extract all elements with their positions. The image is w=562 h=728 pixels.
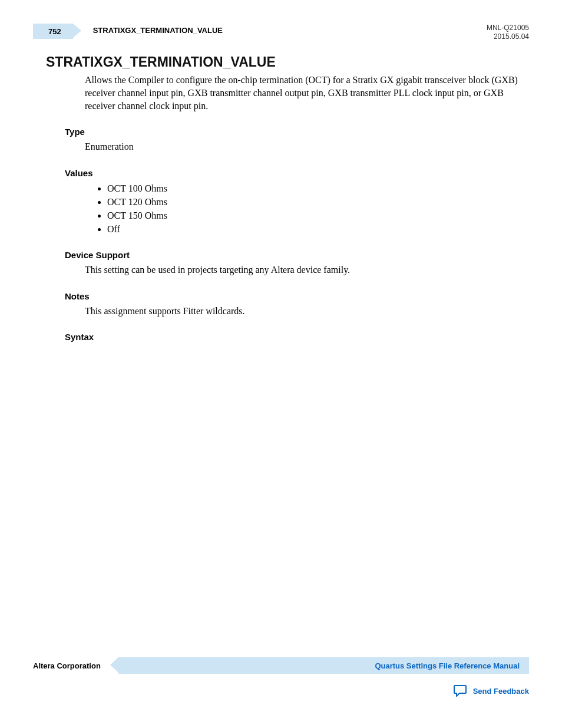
page-number: 752 bbox=[48, 27, 61, 36]
intro-paragraph: Allows the Compiler to configure the on-… bbox=[85, 74, 529, 113]
notes-body: This assignment supports Fitter wildcard… bbox=[85, 305, 529, 318]
comment-icon bbox=[453, 684, 467, 697]
list-item: OCT 100 Ohms bbox=[107, 182, 529, 195]
page-number-ribbon: 752 bbox=[33, 24, 73, 39]
type-label: Type bbox=[65, 127, 529, 137]
notes-label: Notes bbox=[65, 291, 529, 301]
page-container: 752 STRATIXGX_TERMINATION_VALUE MNL-Q210… bbox=[0, 0, 562, 369]
feedback-row: Send Feedback bbox=[33, 684, 529, 697]
values-label: Values bbox=[65, 168, 529, 178]
page-title: STRATIXGX_TERMINATION_VALUE bbox=[46, 54, 529, 70]
device-support-label: Device Support bbox=[65, 250, 529, 260]
send-feedback-link[interactable]: Send Feedback bbox=[473, 687, 529, 696]
page-footer: Altera Corporation Quartus Settings File… bbox=[33, 657, 529, 697]
company-name: Altera Corporation bbox=[33, 661, 101, 670]
page-header: 752 STRATIXGX_TERMINATION_VALUE MNL-Q210… bbox=[33, 24, 529, 41]
footer-ribbon: Quartus Settings File Reference Manual bbox=[118, 657, 529, 674]
values-list: OCT 100 Ohms OCT 120 Ohms OCT 150 Ohms O… bbox=[97, 182, 529, 236]
list-item: OCT 120 Ohms bbox=[107, 195, 529, 209]
running-title: STRATIXGX_TERMINATION_VALUE bbox=[93, 24, 223, 35]
list-item: Off bbox=[107, 222, 529, 236]
device-support-body: This setting can be used in projects tar… bbox=[85, 263, 529, 276]
header-meta: MNL-Q21005 2015.05.04 bbox=[487, 24, 529, 41]
syntax-label: Syntax bbox=[65, 332, 529, 342]
footer-bar: Altera Corporation Quartus Settings File… bbox=[33, 657, 529, 674]
list-item: OCT 150 Ohms bbox=[107, 209, 529, 222]
manual-link[interactable]: Quartus Settings File Reference Manual bbox=[375, 661, 520, 670]
document-date: 2015.05.04 bbox=[487, 32, 529, 41]
document-id: MNL-Q21005 bbox=[487, 24, 529, 32]
type-body: Enumeration bbox=[85, 140, 529, 153]
